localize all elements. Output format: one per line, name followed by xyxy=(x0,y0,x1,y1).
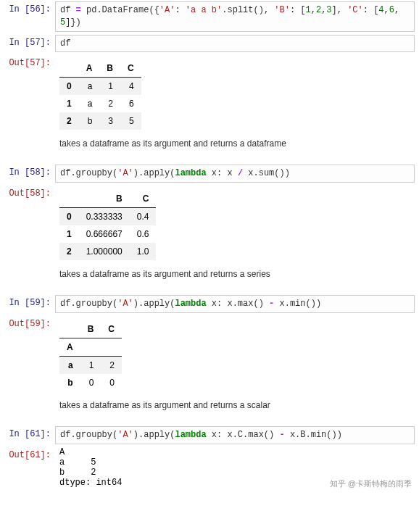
cell-value: 4 xyxy=(120,78,141,96)
output-prompt: Out[59]: xyxy=(0,316,55,329)
table-row: 2b35 xyxy=(59,112,141,130)
code-token: 6 xyxy=(389,5,394,15)
code-token: , xyxy=(311,5,316,15)
code-token: ]}) xyxy=(65,17,81,28)
code-input[interactable]: df.groupby('A').apply(lambda x: x / x.su… xyxy=(55,165,415,183)
input-prompt: In [58]: xyxy=(0,165,55,178)
input-prompt: In [57]: xyxy=(0,35,55,48)
code-token: : xyxy=(175,5,185,15)
row-index: 0 xyxy=(59,78,79,96)
code-token: 'A' xyxy=(117,168,133,178)
code-token: 1 xyxy=(306,5,311,15)
output-description: takes a dataframe as its argument and re… xyxy=(59,269,415,279)
cell-value: 1.000000 xyxy=(79,243,130,260)
row-index: 2 xyxy=(59,112,79,130)
cell-value: 0.666667 xyxy=(79,225,130,243)
code-token: ).apply( xyxy=(133,299,175,309)
column-header: A xyxy=(79,59,100,78)
code-token: / xyxy=(238,168,243,178)
column-header xyxy=(59,190,79,208)
output-description: takes a dataframe as its argument and re… xyxy=(59,400,415,410)
code-token: 'C' xyxy=(347,5,363,15)
row-index: 1 xyxy=(59,95,79,112)
output-area: BCAa12b00takes a dataframe as its argume… xyxy=(55,316,419,423)
cell-value: 0.6 xyxy=(130,225,157,243)
cell-value: 1.0 xyxy=(130,243,157,260)
code-token: 3 xyxy=(326,5,331,15)
code-token: , xyxy=(394,5,399,15)
code-input[interactable]: df xyxy=(55,35,415,53)
row-index: 1 xyxy=(59,225,79,243)
row-index: 0 xyxy=(59,208,79,226)
code-token: ).apply( xyxy=(133,168,175,178)
code-token: 'A' xyxy=(117,430,133,440)
table-row: 21.0000001.0 xyxy=(59,243,156,260)
code-token: 'B' xyxy=(274,5,290,15)
dataframe-table: ABC0a141a262b35 xyxy=(59,59,141,130)
cell-value: 6 xyxy=(120,95,141,112)
cell-value: 0.4 xyxy=(130,208,157,226)
code-input[interactable]: df = pd.DataFrame({'A': 'a a b'.split(),… xyxy=(55,1,415,32)
code-input[interactable]: df.groupby('A').apply(lambda x: x.C.max(… xyxy=(55,426,415,444)
cell-value: 1 xyxy=(80,356,101,374)
cell-value: 0 xyxy=(80,374,101,391)
column-header: B xyxy=(99,59,120,78)
input-prompt: In [61]: xyxy=(0,426,55,439)
cell-value: b xyxy=(79,112,100,130)
output-description: takes a dataframe as its argument and re… xyxy=(59,138,415,149)
code-token: 'A' xyxy=(159,5,175,15)
cell-value: 1 xyxy=(99,78,120,96)
table-row: 1a26 xyxy=(59,95,141,112)
cell-value: 2 xyxy=(99,95,120,112)
code-token: = xyxy=(76,5,81,15)
code-token: ], xyxy=(332,5,348,15)
output-area: BC00.3333330.410.6666670.621.0000001.0ta… xyxy=(55,186,419,292)
cell-value: 0.333333 xyxy=(79,208,130,226)
output-prompt: Out[57]: xyxy=(0,55,55,68)
input-prompt: In [59]: xyxy=(0,295,55,308)
table-row: 0a14 xyxy=(59,78,141,96)
column-header: C xyxy=(130,190,157,208)
input-prompt: In [56]: xyxy=(0,1,55,14)
code-token: x: x.C.max() xyxy=(207,430,280,440)
output-cell: Out[57]:ABC0a141a262b35takes a dataframe… xyxy=(0,54,419,163)
input-cell: In [58]:df.groupby('A').apply(lambda x: … xyxy=(0,163,419,184)
output-prompt: Out[61]: xyxy=(0,447,55,460)
column-header: C xyxy=(101,320,122,338)
column-header: B xyxy=(79,190,130,208)
row-index: a xyxy=(59,356,80,374)
code-token: , xyxy=(384,5,389,15)
code-token: lambda xyxy=(175,168,206,178)
column-header: C xyxy=(120,59,141,78)
code-token: df.groupby( xyxy=(60,430,117,440)
cell-value: 3 xyxy=(99,112,120,130)
code-token: 4 xyxy=(378,5,383,15)
cell-value: a xyxy=(79,95,100,112)
cell-value: 5 xyxy=(120,112,141,130)
table-row: 10.6666670.6 xyxy=(59,225,156,243)
output-cell: Out[59]:BCAa12b00takes a dataframe as it… xyxy=(0,315,419,425)
column-header xyxy=(59,59,79,78)
dataframe-table: BC00.3333330.410.6666670.621.0000001.0 xyxy=(59,190,156,260)
row-index: b xyxy=(59,374,80,391)
code-token: x.B.min()) xyxy=(285,430,342,440)
code-token: df xyxy=(60,5,76,15)
code-token: lambda xyxy=(175,299,206,309)
table-row: a12 xyxy=(59,356,122,374)
output-cell: Out[61]:A a 5 b 2 dtype: int64 xyxy=(0,446,419,494)
table-row: b00 xyxy=(59,374,122,391)
input-cell: In [57]:df xyxy=(0,33,419,54)
input-cell: In [56]:df = pd.DataFrame({'A': 'a a b'.… xyxy=(0,0,419,33)
cell-value: a xyxy=(79,78,100,96)
code-token: x.sum()) xyxy=(243,168,290,178)
code-input[interactable]: df.groupby('A').apply(lambda x: x.max() … xyxy=(55,295,415,313)
code-token: : [ xyxy=(290,5,306,15)
code-token: 'A' xyxy=(117,299,133,309)
input-cell: In [59]:df.groupby('A').apply(lambda x: … xyxy=(0,294,419,315)
code-token: x.min()) xyxy=(274,299,321,309)
input-cell: In [61]:df.groupby('A').apply(lambda x: … xyxy=(0,425,419,446)
dataframe-table: BCAa12b00 xyxy=(59,320,122,391)
code-token: df.groupby( xyxy=(60,299,117,309)
code-token: pd.DataFrame({ xyxy=(81,5,159,15)
cell-value: 0 xyxy=(101,374,122,391)
